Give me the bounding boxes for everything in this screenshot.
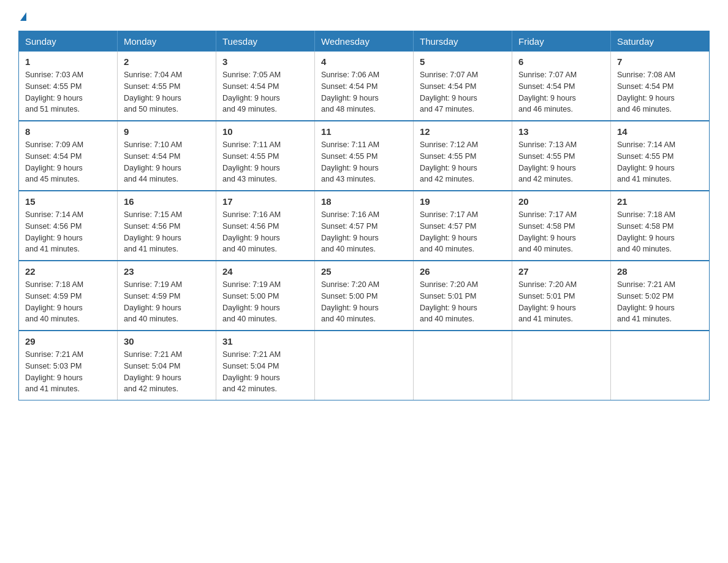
calendar-cell: 13 Sunrise: 7:13 AM Sunset: 4:55 PM Dayl… xyxy=(512,121,611,191)
calendar-cell: 26 Sunrise: 7:20 AM Sunset: 5:01 PM Dayl… xyxy=(414,261,512,331)
calendar-cell: 15 Sunrise: 7:14 AM Sunset: 4:56 PM Dayl… xyxy=(19,191,118,261)
calendar-cell: 31 Sunrise: 7:21 AM Sunset: 5:04 PM Dayl… xyxy=(216,331,315,400)
day-info: Sunrise: 7:05 AM Sunset: 4:54 PM Dayligh… xyxy=(222,69,308,115)
calendar-cell: 16 Sunrise: 7:15 AM Sunset: 4:56 PM Dayl… xyxy=(118,191,216,261)
calendar-cell: 4 Sunrise: 7:06 AM Sunset: 4:54 PM Dayli… xyxy=(315,52,414,121)
day-info: Sunrise: 7:09 AM Sunset: 4:54 PM Dayligh… xyxy=(25,139,111,185)
calendar-cell: 8 Sunrise: 7:09 AM Sunset: 4:54 PM Dayli… xyxy=(19,121,118,191)
calendar-cell: 30 Sunrise: 7:21 AM Sunset: 5:04 PM Dayl… xyxy=(118,331,216,400)
day-number: 2 xyxy=(124,56,210,67)
day-info: Sunrise: 7:12 AM Sunset: 4:55 PM Dayligh… xyxy=(420,139,506,185)
calendar-cell: 10 Sunrise: 7:11 AM Sunset: 4:55 PM Dayl… xyxy=(216,121,315,191)
day-info: Sunrise: 7:18 AM Sunset: 4:59 PM Dayligh… xyxy=(25,279,111,325)
weekday-header-thursday: Thursday xyxy=(414,31,512,52)
day-number: 15 xyxy=(25,196,111,207)
calendar-cell xyxy=(611,331,710,400)
logo-triangle-icon xyxy=(20,12,26,21)
day-number: 28 xyxy=(617,266,703,277)
day-number: 25 xyxy=(321,266,407,277)
calendar-cell: 1 Sunrise: 7:03 AM Sunset: 4:55 PM Dayli… xyxy=(19,52,118,121)
day-number: 19 xyxy=(420,196,506,207)
weekday-header-sunday: Sunday xyxy=(19,31,118,52)
day-info: Sunrise: 7:20 AM Sunset: 5:01 PM Dayligh… xyxy=(518,279,604,325)
day-info: Sunrise: 7:07 AM Sunset: 4:54 PM Dayligh… xyxy=(420,69,506,115)
day-number: 17 xyxy=(222,196,308,207)
calendar-cell: 12 Sunrise: 7:12 AM Sunset: 4:55 PM Dayl… xyxy=(414,121,512,191)
calendar-week-row: 15 Sunrise: 7:14 AM Sunset: 4:56 PM Dayl… xyxy=(19,191,710,261)
calendar-cell: 3 Sunrise: 7:05 AM Sunset: 4:54 PM Dayli… xyxy=(216,52,315,121)
day-number: 22 xyxy=(25,266,111,277)
day-info: Sunrise: 7:19 AM Sunset: 4:59 PM Dayligh… xyxy=(124,279,210,325)
calendar-cell: 29 Sunrise: 7:21 AM Sunset: 5:03 PM Dayl… xyxy=(19,331,118,400)
logo xyxy=(18,12,26,21)
weekday-header-tuesday: Tuesday xyxy=(216,31,315,52)
day-info: Sunrise: 7:14 AM Sunset: 4:55 PM Dayligh… xyxy=(617,139,703,185)
calendar-body: 1 Sunrise: 7:03 AM Sunset: 4:55 PM Dayli… xyxy=(19,52,710,400)
day-number: 27 xyxy=(518,266,604,277)
day-info: Sunrise: 7:13 AM Sunset: 4:55 PM Dayligh… xyxy=(518,139,604,185)
calendar-cell: 25 Sunrise: 7:20 AM Sunset: 5:00 PM Dayl… xyxy=(315,261,414,331)
day-number: 11 xyxy=(321,126,407,137)
day-info: Sunrise: 7:21 AM Sunset: 5:02 PM Dayligh… xyxy=(617,279,703,325)
day-number: 4 xyxy=(321,56,407,67)
calendar-cell: 19 Sunrise: 7:17 AM Sunset: 4:57 PM Dayl… xyxy=(414,191,512,261)
calendar-cell: 9 Sunrise: 7:10 AM Sunset: 4:54 PM Dayli… xyxy=(118,121,216,191)
calendar-cell: 17 Sunrise: 7:16 AM Sunset: 4:56 PM Dayl… xyxy=(216,191,315,261)
day-info: Sunrise: 7:11 AM Sunset: 4:55 PM Dayligh… xyxy=(321,139,407,185)
calendar-table: SundayMondayTuesdayWednesdayThursdayFrid… xyxy=(18,31,710,400)
day-info: Sunrise: 7:21 AM Sunset: 5:04 PM Dayligh… xyxy=(222,349,308,395)
calendar-cell xyxy=(512,331,611,400)
calendar-cell: 18 Sunrise: 7:16 AM Sunset: 4:57 PM Dayl… xyxy=(315,191,414,261)
day-info: Sunrise: 7:18 AM Sunset: 4:58 PM Dayligh… xyxy=(617,209,703,255)
day-number: 26 xyxy=(420,266,506,277)
calendar-cell: 14 Sunrise: 7:14 AM Sunset: 4:55 PM Dayl… xyxy=(611,121,710,191)
weekday-header-saturday: Saturday xyxy=(611,31,710,52)
calendar-cell xyxy=(315,331,414,400)
day-info: Sunrise: 7:07 AM Sunset: 4:54 PM Dayligh… xyxy=(518,69,604,115)
calendar-header: SundayMondayTuesdayWednesdayThursdayFrid… xyxy=(19,31,710,52)
page-header xyxy=(18,12,710,21)
day-info: Sunrise: 7:20 AM Sunset: 5:01 PM Dayligh… xyxy=(420,279,506,325)
day-number: 23 xyxy=(124,266,210,277)
day-info: Sunrise: 7:20 AM Sunset: 5:00 PM Dayligh… xyxy=(321,279,407,325)
calendar-cell: 6 Sunrise: 7:07 AM Sunset: 4:54 PM Dayli… xyxy=(512,52,611,121)
calendar-cell: 23 Sunrise: 7:19 AM Sunset: 4:59 PM Dayl… xyxy=(118,261,216,331)
calendar-week-row: 29 Sunrise: 7:21 AM Sunset: 5:03 PM Dayl… xyxy=(19,331,710,400)
day-info: Sunrise: 7:19 AM Sunset: 5:00 PM Dayligh… xyxy=(222,279,308,325)
calendar-cell: 27 Sunrise: 7:20 AM Sunset: 5:01 PM Dayl… xyxy=(512,261,611,331)
day-info: Sunrise: 7:21 AM Sunset: 5:03 PM Dayligh… xyxy=(25,349,111,395)
day-info: Sunrise: 7:21 AM Sunset: 5:04 PM Dayligh… xyxy=(124,349,210,395)
weekday-header-monday: Monday xyxy=(118,31,216,52)
day-info: Sunrise: 7:14 AM Sunset: 4:56 PM Dayligh… xyxy=(25,209,111,255)
day-number: 20 xyxy=(518,196,604,207)
weekday-header-friday: Friday xyxy=(512,31,611,52)
calendar-cell: 22 Sunrise: 7:18 AM Sunset: 4:59 PM Dayl… xyxy=(19,261,118,331)
calendar-cell: 11 Sunrise: 7:11 AM Sunset: 4:55 PM Dayl… xyxy=(315,121,414,191)
calendar-cell: 5 Sunrise: 7:07 AM Sunset: 4:54 PM Dayli… xyxy=(414,52,512,121)
calendar-cell xyxy=(414,331,512,400)
day-info: Sunrise: 7:16 AM Sunset: 4:57 PM Dayligh… xyxy=(321,209,407,255)
day-number: 6 xyxy=(518,56,604,67)
day-number: 30 xyxy=(124,336,210,347)
day-info: Sunrise: 7:10 AM Sunset: 4:54 PM Dayligh… xyxy=(124,139,210,185)
day-number: 3 xyxy=(222,56,308,67)
day-number: 24 xyxy=(222,266,308,277)
day-info: Sunrise: 7:17 AM Sunset: 4:57 PM Dayligh… xyxy=(420,209,506,255)
day-number: 18 xyxy=(321,196,407,207)
day-number: 16 xyxy=(124,196,210,207)
calendar-cell: 21 Sunrise: 7:18 AM Sunset: 4:58 PM Dayl… xyxy=(611,191,710,261)
calendar-cell: 7 Sunrise: 7:08 AM Sunset: 4:54 PM Dayli… xyxy=(611,52,710,121)
calendar-week-row: 22 Sunrise: 7:18 AM Sunset: 4:59 PM Dayl… xyxy=(19,261,710,331)
weekday-header-wednesday: Wednesday xyxy=(315,31,414,52)
day-number: 7 xyxy=(617,56,703,67)
day-number: 31 xyxy=(222,336,308,347)
day-number: 29 xyxy=(25,336,111,347)
day-number: 12 xyxy=(420,126,506,137)
calendar-cell: 24 Sunrise: 7:19 AM Sunset: 5:00 PM Dayl… xyxy=(216,261,315,331)
day-number: 9 xyxy=(124,126,210,137)
day-number: 13 xyxy=(518,126,604,137)
day-info: Sunrise: 7:03 AM Sunset: 4:55 PM Dayligh… xyxy=(25,69,111,115)
calendar-cell: 2 Sunrise: 7:04 AM Sunset: 4:55 PM Dayli… xyxy=(118,52,216,121)
day-info: Sunrise: 7:06 AM Sunset: 4:54 PM Dayligh… xyxy=(321,69,407,115)
day-info: Sunrise: 7:08 AM Sunset: 4:54 PM Dayligh… xyxy=(617,69,703,115)
